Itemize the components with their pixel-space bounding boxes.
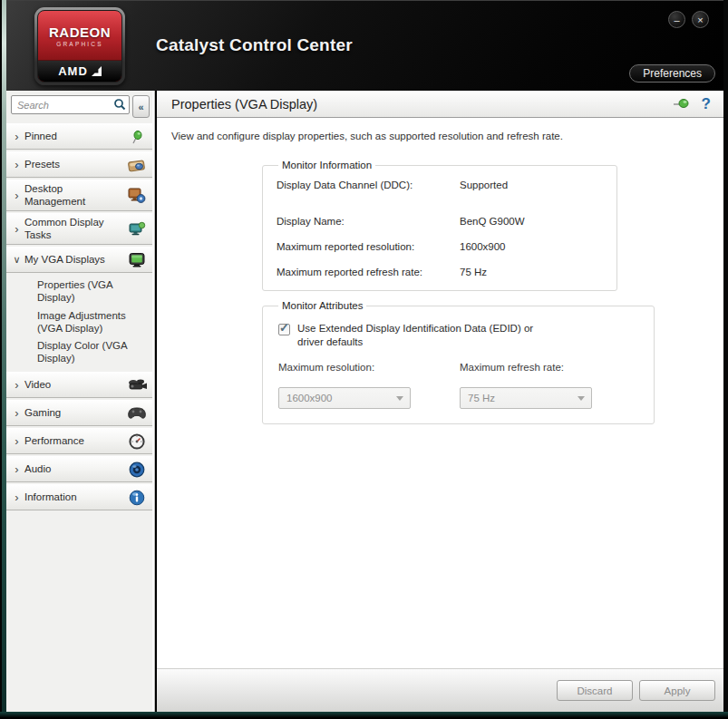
checkmark-icon: ✓ — [279, 321, 289, 335]
search-input[interactable] — [11, 95, 130, 114]
info-row-display-name: Display Name:BenQ G900W — [277, 216, 604, 227]
sidebar-item-label: Desktop Management — [24, 183, 123, 208]
common-display-tasks-icon — [126, 220, 148, 238]
sidebar-item-label: Audio — [24, 463, 123, 476]
speaker-icon — [126, 461, 148, 479]
sidebar-item-performance[interactable]: ›Performance — [6, 428, 152, 454]
info-row-display-data-channel-ddc: Display Data Channel (DDC):Supported — [277, 180, 604, 190]
video-camera-icon — [126, 376, 148, 394]
info-label: Display Data Channel (DDC): — [277, 180, 460, 190]
brand-radeon-text: RADEON — [49, 24, 111, 40]
sidebar-item-presets[interactable]: ›Presets — [6, 151, 152, 178]
info-label: Maximum reported resolution: — [277, 241, 460, 252]
chevron-right-icon: › — [12, 158, 22, 171]
edid-checkbox[interactable]: ✓ — [278, 324, 290, 335]
info-label: Display Name: — [277, 216, 460, 227]
action-footer: Discard Apply — [157, 668, 723, 712]
select-value: 1600x900 — [286, 393, 333, 403]
dropdown-arrow-icon — [396, 396, 403, 401]
radeon-graphics-logo: RADEON GRAPHICS AMD — [34, 7, 125, 85]
apply-button[interactable]: Apply — [639, 680, 715, 701]
sidebar-item-common-display-tasks[interactable]: ›Common Display Tasks — [6, 213, 152, 245]
chevron-right-icon: › — [12, 222, 22, 236]
page-titlebar: Properties (VGA Display) ? — [157, 91, 723, 118]
desktop-management-icon — [126, 187, 148, 205]
sidebar-item-my-vga-displays[interactable]: ∨My VGA Displays — [6, 247, 152, 273]
select-value: 75 Hz — [468, 393, 495, 403]
info-row-maximum-reported-resolution: Maximum reported resolution:1600x900 — [277, 241, 604, 252]
sidebar-subitem-display-color-vga-display[interactable]: Display Color (VGA Display) — [6, 337, 152, 368]
window-bottom-edge — [0, 712, 728, 719]
page-title: Properties (VGA Display) — [171, 97, 673, 112]
sidebar-sublist: Properties (VGA Display)Image Adjustment… — [6, 275, 152, 372]
minimize-button[interactable]: – — [668, 11, 685, 28]
brand-graphics-text: GRAPHICS — [56, 41, 103, 47]
sidebar-item-label: Presets — [24, 159, 123, 171]
help-icon[interactable]: ? — [702, 95, 711, 113]
sidebar-subitem-image-adjustments-vga-display[interactable]: Image Adjustments (VGA Display) — [6, 307, 152, 338]
chevron-right-icon: › — [12, 189, 22, 202]
app-title: Catalyst Control Center — [156, 35, 353, 55]
close-button[interactable]: × — [692, 11, 709, 28]
title-header: RADEON GRAPHICS AMD Catalyst Control Cen… — [6, 0, 723, 91]
sidebar: « ›Pinned›Presets›Desktop Management›Com… — [6, 91, 153, 712]
sidebar-item-audio[interactable]: ›Audio — [6, 456, 152, 482]
edid-checkbox-label: Use Extended Display Identification Data… — [297, 322, 556, 349]
sidebar-item-label: My VGA Displays — [24, 254, 123, 267]
sidebar-item-label: Video — [24, 379, 123, 392]
pin-icon[interactable] — [673, 96, 691, 112]
sidebar-nav: ›Pinned›Presets›Desktop Management›Commo… — [6, 121, 152, 510]
window-left-edge — [0, 0, 6, 719]
sidebar-item-pinned[interactable]: ›Pinned — [6, 123, 152, 150]
monitor-information-group: Monitor Information Display Data Channel… — [262, 160, 617, 291]
discard-button[interactable]: Discard — [557, 680, 633, 701]
info-value: 1600x900 — [460, 241, 604, 252]
chevron-right-icon: › — [12, 491, 22, 504]
sidebar-item-label: Information — [24, 491, 123, 504]
sidebar-item-video[interactable]: ›Video — [6, 372, 152, 398]
chevron-right-icon: › — [12, 406, 22, 420]
main-panel: Properties (VGA Display) ? View and conf… — [157, 91, 723, 712]
sidebar-item-label: Performance — [24, 435, 123, 448]
preferences-button[interactable]: Preferences — [629, 64, 715, 83]
chevron-right-icon: › — [12, 378, 22, 392]
page-description: View and configure display properties, s… — [157, 118, 723, 147]
sidebar-item-desktop-management[interactable]: ›Desktop Management — [6, 180, 152, 211]
info-row-maximum-reported-refresh-rate: Maximum reported refresh rate:75 Hz — [277, 267, 604, 277]
sidebar-item-gaming[interactable]: ›Gaming — [6, 400, 152, 426]
monitor-attributes-group: Monitor Attributes ✓ Use Extended Displa… — [262, 300, 655, 424]
sidebar-collapse-button[interactable]: « — [132, 95, 150, 118]
dropdown-arrow-icon — [578, 396, 585, 401]
pushpin-icon — [126, 128, 148, 146]
field-label-maximum-resolution: Maximum resolution: — [278, 362, 460, 373]
chevron-right-icon: › — [12, 130, 22, 143]
field-label-maximum-refresh-rate: Maximum refresh rate: — [460, 362, 641, 373]
maximum-resolution-select[interactable]: 1600x900 — [278, 387, 411, 409]
monitor-attributes-legend: Monitor Attributes — [278, 300, 366, 311]
catalyst-control-center-window: RADEON GRAPHICS AMD Catalyst Control Cen… — [0, 0, 728, 719]
vga-displays-icon — [126, 251, 148, 269]
info-value: 75 Hz — [460, 267, 604, 277]
chevron-right-icon: › — [12, 434, 22, 448]
amd-arrow-icon — [92, 66, 102, 76]
presets-icon — [126, 156, 148, 174]
amd-logo-text: AMD — [58, 64, 88, 78]
window-right-edge — [723, 0, 728, 719]
sidebar-item-label: Common Display Tasks — [24, 217, 123, 241]
gamepad-icon — [126, 404, 148, 423]
chevron-right-icon: › — [12, 462, 22, 476]
maximum-refresh-rate-select[interactable]: 75 Hz — [460, 387, 592, 409]
sidebar-item-information[interactable]: ›Information — [6, 484, 152, 510]
search-icon[interactable] — [113, 98, 126, 114]
gauge-icon — [126, 432, 148, 451]
info-icon — [126, 489, 148, 507]
info-value: BenQ G900W — [460, 216, 604, 227]
sidebar-subitem-properties-vga-display[interactable]: Properties (VGA Display) — [6, 277, 152, 307]
info-label: Maximum reported refresh rate: — [277, 267, 460, 277]
sidebar-item-label: Gaming — [24, 407, 123, 420]
radeon-badge: RADEON GRAPHICS AMD — [37, 10, 122, 83]
sidebar-item-label: Pinned — [24, 131, 123, 143]
info-value: Supported — [460, 180, 604, 190]
chevron-down-icon: ∨ — [12, 254, 22, 266]
monitor-information-legend: Monitor Information — [278, 160, 375, 170]
